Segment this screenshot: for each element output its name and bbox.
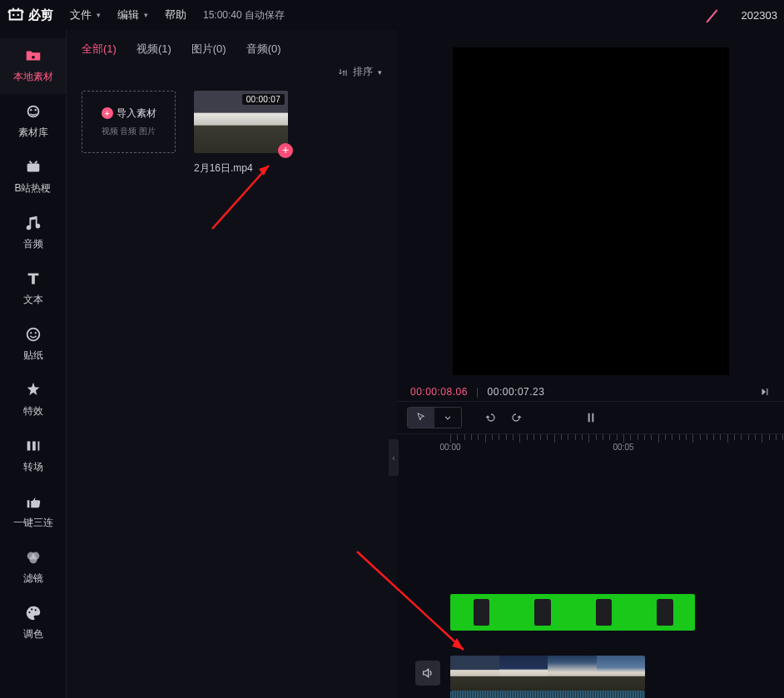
mirror-button[interactable] <box>628 411 653 424</box>
crop-button[interactable] <box>603 411 628 424</box>
timeline-clip-fireworks[interactable] <box>450 656 645 691</box>
chevron-down-icon: ▾ <box>378 68 382 77</box>
rail-text[interactable]: 文本 <box>0 261 66 317</box>
svg-point-2 <box>32 56 35 59</box>
svg-rect-6 <box>27 163 39 171</box>
brush-icon <box>705 7 722 23</box>
preview-canvas[interactable] <box>453 47 729 375</box>
import-media-tile[interactable]: +导入素材 视频 音频 图片 <box>82 91 176 153</box>
right-panel: 00:00:08.06 | 00:00:07.23 ‹ <box>397 30 784 698</box>
clip-filename: 2月16日.mp4 <box>194 161 288 176</box>
skip-to-end-button[interactable] <box>759 386 771 398</box>
timeline-tracks <box>397 458 784 698</box>
rail-local-media[interactable]: 本地素材 <box>0 38 66 94</box>
video-track-2[interactable] <box>450 656 784 691</box>
music-icon <box>3 214 62 232</box>
folder-icon <box>3 47 62 65</box>
svg-point-4 <box>30 109 32 111</box>
media-clip[interactable]: 00:00:07 + 2月16日.mp4 <box>194 91 288 176</box>
clip-thumbnail[interactable]: 00:00:07 + <box>194 91 288 153</box>
left-rail: 本地素材 素材库 B站热梗 音频 文本 贴纸 特效 转场 <box>0 30 67 698</box>
library-icon <box>3 102 62 121</box>
timeline[interactable]: ‹ 00:0000:05 <box>397 433 784 698</box>
playback-time: 00:00:08.06 | 00:00:07.23 <box>397 381 784 401</box>
rail-sticker[interactable]: 贴纸 <box>0 317 66 373</box>
total-time: 00:00:07.23 <box>488 386 545 398</box>
tab-all[interactable]: 全部(1) <box>82 42 117 57</box>
tab-video[interactable]: 视频(1) <box>136 42 171 57</box>
mute-track-button[interactable] <box>415 661 440 686</box>
rail-library[interactable]: 素材库 <box>0 94 66 150</box>
menu-bar: 必剪 文件▾ 编辑▾ 帮助 15:00:40 自动保存 202303 <box>0 0 784 30</box>
menu-file[interactable]: 文件▾ <box>70 7 101 22</box>
autosave-status: 15:00:40 自动保存 <box>203 8 285 22</box>
clip-duration: 00:00:07 <box>242 94 285 105</box>
current-time: 00:00:08.06 <box>410 386 468 398</box>
svg-point-16 <box>28 611 30 613</box>
tool-mode-group <box>407 407 462 428</box>
rail-transition[interactable]: 转场 <box>0 428 66 484</box>
select-tool[interactable] <box>408 408 434 428</box>
chevron-down-icon: ▾ <box>144 11 148 19</box>
svg-rect-11 <box>32 442 36 451</box>
menu-edit[interactable]: 编辑▾ <box>117 7 148 22</box>
svg-point-7 <box>27 329 39 341</box>
rail-combo[interactable]: 一键三连 <box>0 484 66 540</box>
timeline-toolbar <box>397 401 784 433</box>
tab-audio[interactable]: 音频(0) <box>246 42 281 57</box>
sort-button[interactable]: 排序 ▾ <box>338 65 382 79</box>
palette-icon <box>3 604 62 622</box>
audio-track[interactable] <box>450 691 784 698</box>
menu-help[interactable]: 帮助 <box>165 7 186 22</box>
svg-point-15 <box>29 556 37 563</box>
svg-point-5 <box>34 109 36 111</box>
effect-icon <box>3 381 62 399</box>
svg-point-19 <box>562 418 565 422</box>
app-name: 必剪 <box>28 7 53 23</box>
rail-color[interactable]: 调色 <box>0 596 66 651</box>
rail-filter[interactable]: 滤镜 <box>0 540 66 596</box>
media-panel: 全部(1) 视频(1) 图片(0) 音频(0) 排序 ▾ +导入素材 视频 音频… <box>67 30 397 698</box>
tab-image[interactable]: 图片(0) <box>191 42 226 57</box>
sticker-icon <box>3 325 62 344</box>
thumb-icon <box>3 493 62 511</box>
rail-audio[interactable]: 音频 <box>0 205 66 261</box>
text-icon <box>3 270 62 288</box>
timeline-clip-audio[interactable] <box>450 691 645 698</box>
svg-point-20 <box>567 418 570 422</box>
cut-button[interactable] <box>553 411 578 424</box>
svg-point-9 <box>34 332 36 334</box>
split-button[interactable] <box>578 411 603 424</box>
svg-point-1 <box>17 14 19 16</box>
top-date: 202303 <box>742 9 777 22</box>
rail-meme[interactable]: B站热梗 <box>0 150 66 205</box>
chevron-down-icon: ▾ <box>97 11 101 19</box>
svg-rect-10 <box>27 442 30 451</box>
svg-rect-12 <box>37 442 39 451</box>
transition-icon <box>3 437 62 455</box>
logo-icon <box>7 6 25 24</box>
pin-button[interactable] <box>653 411 678 424</box>
svg-point-8 <box>30 332 32 334</box>
svg-point-17 <box>31 608 32 610</box>
delete-button[interactable] <box>528 411 553 424</box>
undo-button[interactable] <box>479 411 504 424</box>
media-tabs: 全部(1) 视频(1) 图片(0) 音频(0) <box>67 30 397 60</box>
rail-effect[interactable]: 特效 <box>0 373 66 428</box>
tool-dropdown[interactable] <box>434 408 461 428</box>
timeline-clip-greenscreen[interactable] <box>450 594 695 631</box>
plus-icon: + <box>102 107 113 119</box>
app-logo: 必剪 <box>7 6 53 24</box>
sort-icon <box>338 67 348 77</box>
preview-area <box>397 30 784 381</box>
add-to-timeline-icon[interactable]: + <box>278 143 293 158</box>
redo-button[interactable] <box>504 411 528 424</box>
svg-point-18 <box>34 609 36 611</box>
svg-point-0 <box>12 14 14 16</box>
filter-icon <box>3 548 62 567</box>
video-track-1[interactable] <box>450 594 784 631</box>
meme-icon <box>3 158 62 176</box>
timeline-ruler[interactable]: 00:0000:05 <box>450 434 784 458</box>
